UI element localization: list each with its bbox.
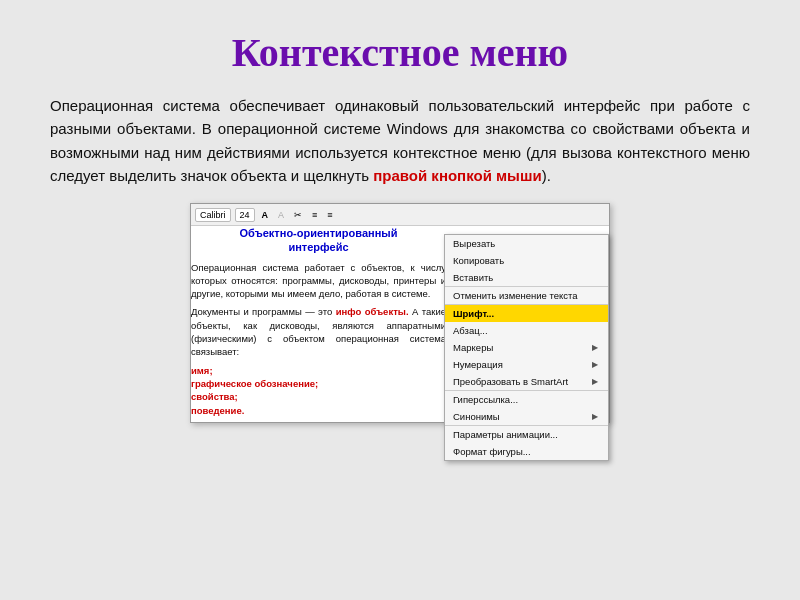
slide-title: Контекстное меню xyxy=(50,30,750,76)
toolbar-bold-a: A xyxy=(259,209,272,221)
menu-item-undo[interactable]: Отменить изменение текста xyxy=(445,286,608,304)
context-menu[interactable]: Вырезать Копировать Вставить Отменить из… xyxy=(444,234,609,461)
menu-item-copy[interactable]: Копировать xyxy=(445,252,608,269)
doc-content: Объектно-ориентированный интерфейс Опера… xyxy=(191,226,446,422)
menu-item-cut[interactable]: Вырезать xyxy=(445,235,608,252)
menu-item-numbering[interactable]: Нумерация▶ xyxy=(445,356,608,373)
toolbar-a2: A xyxy=(275,209,287,221)
menu-item-bullets[interactable]: Маркеры▶ xyxy=(445,339,608,356)
toolbar-cut: ✂ xyxy=(291,209,305,221)
doc-para2: Документы и программы — это инфо объекты… xyxy=(191,305,446,358)
title-text: Контекстное меню xyxy=(232,30,568,75)
doc-title: Объектно-ориентированный интерфейс xyxy=(191,226,446,255)
toolbar-font: Calibri xyxy=(195,208,231,222)
screenshot-container: Calibri 24 A A ✂ ≡ ≡ Объектно-ориентиров… xyxy=(190,203,610,423)
menu-item-synonyms[interactable]: Синонимы▶ xyxy=(445,408,608,425)
toolbar-align-center: ≡ xyxy=(324,209,335,221)
doc-toolbar: Calibri 24 A A ✂ ≡ ≡ xyxy=(191,204,609,226)
doc-para1: Операционная система работает с объектов… xyxy=(191,261,446,301)
highlight-text: правой кнопкой мыши xyxy=(373,167,541,184)
menu-item-animation[interactable]: Параметры анимации... xyxy=(445,425,608,443)
menu-item-paragraph[interactable]: Абзац... xyxy=(445,322,608,339)
menu-item-smartart[interactable]: Преобразовать в SmartArt▶ xyxy=(445,373,608,390)
menu-item-hyperlink[interactable]: Гиперссылка... xyxy=(445,390,608,408)
toolbar-align-left: ≡ xyxy=(309,209,320,221)
slide-body-text: Операционная система обеспечивает одинак… xyxy=(50,94,750,187)
menu-item-format-shape[interactable]: Формат фигуры... xyxy=(445,443,608,460)
toolbar-size: 24 xyxy=(235,208,255,222)
menu-item-font[interactable]: Шрифт... xyxy=(445,304,608,322)
doc-list: имя;графическое обозначение;свойства;пов… xyxy=(191,364,446,417)
slide: Контекстное меню Операционная система об… xyxy=(0,0,800,600)
menu-item-paste[interactable]: Вставить xyxy=(445,269,608,286)
